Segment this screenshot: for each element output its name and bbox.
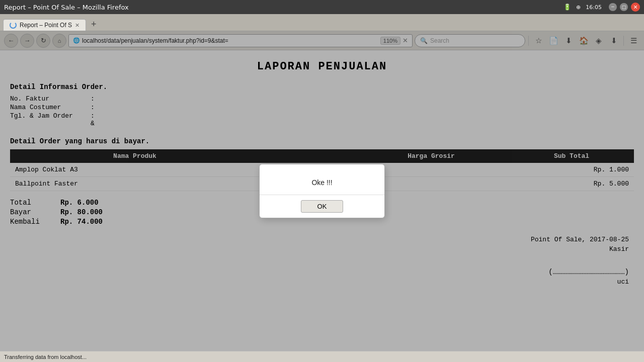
status-text: Transferring data from localhost... — [4, 354, 87, 360]
minimize-button[interactable]: ─ — [609, 3, 617, 11]
bluetooth-icon: ⊕ — [576, 4, 581, 11]
modal-message: Oke !!! — [311, 178, 332, 187]
close-button[interactable]: ✕ — [631, 3, 640, 12]
maximize-button[interactable]: □ — [620, 3, 628, 11]
tab-title: Report – Point Of S — [20, 22, 72, 29]
modal-box: Oke !!! OK — [259, 164, 385, 218]
active-tab[interactable]: Report – Point Of S ✕ — [3, 19, 86, 31]
status-bar: Transferring data from localhost... — [0, 351, 644, 362]
modal-ok-button[interactable]: OK — [301, 200, 344, 213]
title-bar: Report – Point Of Sale – Mozilla Firefox… — [0, 0, 644, 14]
window-title: Report – Point Of Sale – Mozilla Firefox — [4, 4, 564, 11]
window-controls: 🔋 ⊕ 16:05 ─ □ ✕ — [564, 3, 640, 12]
tab-bar: Report – Point Of S ✕ + — [0, 14, 644, 31]
battery-icon: 🔋 — [564, 4, 571, 11]
modal-body: Oke !!! — [260, 164, 384, 195]
modal-overlay: Oke !!! OK — [0, 31, 644, 351]
tab-close-button[interactable]: ✕ — [75, 22, 79, 29]
clock: 16:05 — [586, 4, 602, 11]
tab-spinner — [10, 22, 17, 29]
new-tab-button[interactable]: + — [87, 18, 101, 31]
modal-footer: OK — [260, 195, 384, 218]
